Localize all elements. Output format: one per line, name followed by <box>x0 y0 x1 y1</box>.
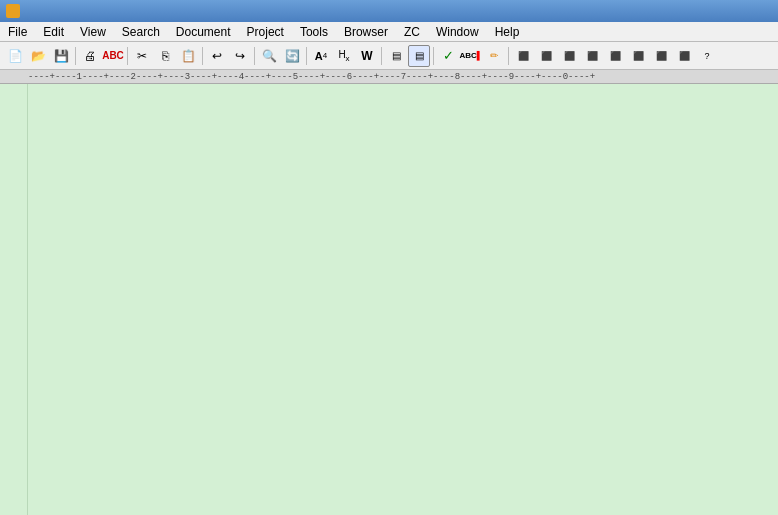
tb-btn-e[interactable]: ⬛ <box>604 45 626 67</box>
checkmark-button[interactable]: ✓ <box>437 45 459 67</box>
editor[interactable] <box>0 84 778 515</box>
menu-window[interactable]: Window <box>428 23 487 41</box>
menu-bar: File Edit View Search Document Project T… <box>0 22 778 42</box>
hx-button[interactable]: Hx <box>333 45 355 67</box>
ruler: ----+----1----+----2----+----3----+----4… <box>0 70 778 84</box>
paste-button[interactable]: 📋 <box>177 45 199 67</box>
toolbar-sep-4 <box>254 47 255 65</box>
align-left-button[interactable]: ▤ <box>385 45 407 67</box>
menu-file[interactable]: File <box>0 23 35 41</box>
toolbar-sep-3 <box>202 47 203 65</box>
save-button[interactable]: 💾 <box>50 45 72 67</box>
menu-project[interactable]: Project <box>239 23 292 41</box>
spell-button[interactable]: ABC <box>102 45 124 67</box>
line-numbers <box>0 84 28 515</box>
menu-search[interactable]: Search <box>114 23 168 41</box>
toolbar: 📄 📂 💾 🖨 ABC ✂ ⎘ 📋 ↩ ↪ 🔍 🔄 A4 Hx W ▤ ▤ ✓ … <box>0 42 778 70</box>
menu-help[interactable]: Help <box>487 23 528 41</box>
highlight-button[interactable]: ✏ <box>483 45 505 67</box>
tb-btn-c[interactable]: ⬛ <box>558 45 580 67</box>
tb-btn-h[interactable]: ⬛ <box>673 45 695 67</box>
replace-button[interactable]: 🔄 <box>281 45 303 67</box>
toolbar-sep-8 <box>508 47 509 65</box>
toolbar-sep-6 <box>381 47 382 65</box>
code-area[interactable] <box>28 84 778 515</box>
editor-content <box>0 84 778 515</box>
tb-btn-a[interactable]: ⬛ <box>512 45 534 67</box>
toolbar-sep-1 <box>75 47 76 65</box>
toolbar-sep-7 <box>433 47 434 65</box>
tb-btn-i[interactable]: ? <box>696 45 718 67</box>
title-bar <box>0 0 778 22</box>
cut-button[interactable]: ✂ <box>131 45 153 67</box>
tb-btn-b[interactable]: ⬛ <box>535 45 557 67</box>
toolbar-sep-5 <box>306 47 307 65</box>
abc-button[interactable]: ABC▌ <box>460 45 482 67</box>
w-button[interactable]: W <box>356 45 378 67</box>
print-button[interactable]: 🖨 <box>79 45 101 67</box>
bold-button[interactable]: A4 <box>310 45 332 67</box>
find-button[interactable]: 🔍 <box>258 45 280 67</box>
menu-edit[interactable]: Edit <box>35 23 72 41</box>
main-area: ----+----1----+----2----+----3----+----4… <box>0 70 778 515</box>
redo-button[interactable]: ↪ <box>229 45 251 67</box>
app-icon <box>6 4 20 18</box>
tb-btn-g[interactable]: ⬛ <box>650 45 672 67</box>
open-button[interactable]: 📂 <box>27 45 49 67</box>
copy-button[interactable]: ⎘ <box>154 45 176 67</box>
ruler-content: ----+----1----+----2----+----3----+----4… <box>0 72 595 82</box>
menu-document[interactable]: Document <box>168 23 239 41</box>
menu-view[interactable]: View <box>72 23 114 41</box>
menu-zc[interactable]: ZC <box>396 23 428 41</box>
tb-btn-f[interactable]: ⬛ <box>627 45 649 67</box>
toolbar-sep-2 <box>127 47 128 65</box>
tb-btn-d[interactable]: ⬛ <box>581 45 603 67</box>
align-center-button[interactable]: ▤ <box>408 45 430 67</box>
undo-button[interactable]: ↩ <box>206 45 228 67</box>
menu-tools[interactable]: Tools <box>292 23 336 41</box>
menu-browser[interactable]: Browser <box>336 23 396 41</box>
new-button[interactable]: 📄 <box>4 45 26 67</box>
